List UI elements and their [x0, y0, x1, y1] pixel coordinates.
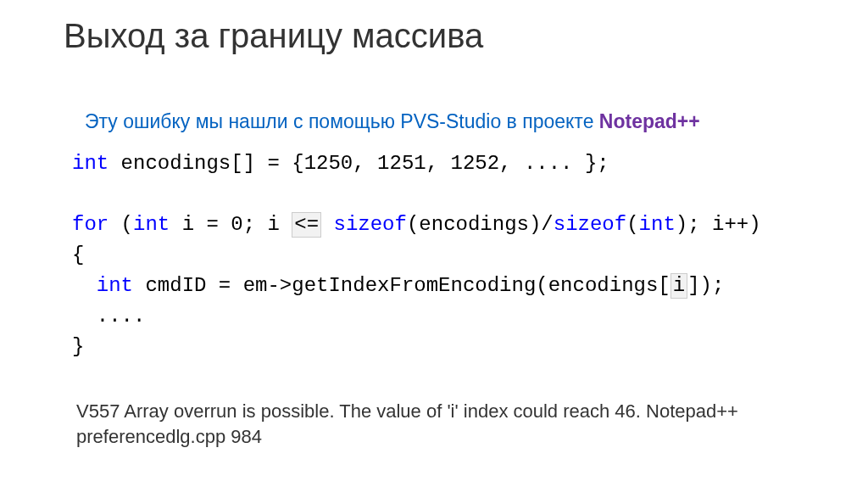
code-text: (: [108, 213, 133, 236]
code-keyword-int: int: [97, 274, 133, 297]
code-text: [321, 213, 333, 236]
code-keyword-for: for: [72, 213, 108, 236]
code-text: ....: [72, 305, 145, 327]
code-highlight-var: i: [670, 273, 687, 299]
code-block: int encodings[] = {1250, 1251, 1252, ...…: [72, 148, 761, 362]
diagnostic-message: V557 Array overrun is possible. The valu…: [76, 399, 797, 449]
code-keyword-sizeof: sizeof: [554, 213, 626, 236]
slide-title: Выход за границу массива: [64, 17, 483, 55]
code-highlight-operator: <=: [292, 212, 321, 238]
code-keyword-int: int: [639, 213, 676, 236]
code-keyword-sizeof: sizeof: [334, 213, 407, 236]
subtitle-project: Notepad++: [599, 110, 700, 132]
code-keyword-int: int: [72, 152, 108, 175]
code-text: }: [72, 335, 84, 358]
code-text: {: [72, 244, 84, 266]
code-keyword-int: int: [133, 213, 170, 236]
code-text: encodings[] = {1250, 1251, 1252, .... };: [108, 152, 609, 175]
code-text: [72, 274, 97, 297]
code-text: i = 0; i: [170, 213, 292, 236]
code-text: (encodings)/: [407, 213, 554, 236]
subtitle-text: Эту ошибку мы нашли с помощью PVS-Studio…: [85, 110, 599, 132]
code-text: ); i++): [676, 213, 761, 236]
code-text: cmdID = em->getIndexFromEncoding(encodin…: [133, 274, 670, 297]
slide-subtitle: Эту ошибку мы нашли с помощью PVS-Studio…: [85, 110, 700, 133]
slide: Выход за границу массива Эту ошибку мы н…: [0, 0, 868, 487]
code-text: ]);: [687, 274, 724, 297]
code-text: (: [626, 213, 638, 236]
